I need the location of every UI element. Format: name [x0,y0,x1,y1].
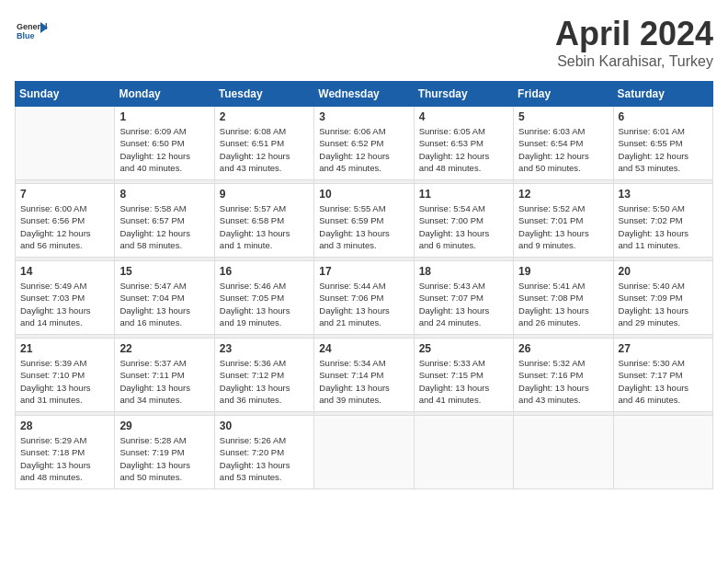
day-info: Sunrise: 5:46 AM Sunset: 7:05 PM Dayligh… [220,280,309,328]
calendar-day-cell: 21Sunrise: 5:39 AM Sunset: 7:10 PM Dayli… [16,339,115,412]
location-title: Sebin Karahisar, Turkey [555,53,713,70]
calendar-day-cell: 7Sunrise: 6:00 AM Sunset: 6:56 PM Daylig… [16,184,115,258]
calendar-day-cell: 11Sunrise: 5:54 AM Sunset: 7:00 PM Dayli… [414,184,513,258]
calendar-day-cell: 24Sunrise: 5:34 AM Sunset: 7:14 PM Dayli… [314,339,414,412]
day-number: 14 [20,265,109,278]
day-number: 26 [518,342,608,355]
day-info: Sunrise: 5:41 AM Sunset: 7:08 PM Dayligh… [518,280,608,328]
calendar-day-cell: 10Sunrise: 5:55 AM Sunset: 6:59 PM Dayli… [314,184,414,258]
calendar-day-cell: 27Sunrise: 5:30 AM Sunset: 7:17 PM Dayli… [613,339,712,412]
day-of-week-header: Tuesday [214,82,313,107]
day-info: Sunrise: 5:43 AM Sunset: 7:07 PM Dayligh… [419,280,508,328]
day-number: 10 [319,188,408,201]
day-info: Sunrise: 5:39 AM Sunset: 7:10 PM Dayligh… [20,357,109,406]
day-info: Sunrise: 5:29 AM Sunset: 7:18 PM Dayligh… [20,434,109,483]
calendar-day-cell: 26Sunrise: 5:32 AM Sunset: 7:16 PM Dayli… [514,339,613,412]
day-of-week-header: Monday [115,82,214,107]
day-number: 1 [119,110,209,123]
calendar-day-cell: 29Sunrise: 5:28 AM Sunset: 7:19 PM Dayli… [115,416,214,489]
calendar-day-cell [414,416,513,489]
calendar-day-cell: 8Sunrise: 5:58 AM Sunset: 6:57 PM Daylig… [115,184,214,258]
calendar-day-cell [314,416,414,489]
day-info: Sunrise: 5:55 AM Sunset: 6:59 PM Dayligh… [319,202,408,251]
calendar-day-cell: 25Sunrise: 5:33 AM Sunset: 7:15 PM Dayli… [414,339,513,412]
day-number: 5 [518,110,608,123]
calendar-day-cell: 22Sunrise: 5:37 AM Sunset: 7:11 PM Dayli… [115,339,214,412]
day-number: 30 [220,419,309,432]
page-header: General Blue April 2024 Sebin Karahisar,… [15,15,713,70]
day-info: Sunrise: 5:37 AM Sunset: 7:11 PM Dayligh… [119,357,209,406]
logo-svg: General Blue [15,15,48,48]
calendar-day-cell: 12Sunrise: 5:52 AM Sunset: 7:01 PM Dayli… [514,184,613,258]
calendar-week-row: 1Sunrise: 6:09 AM Sunset: 6:50 PM Daylig… [16,107,713,180]
day-info: Sunrise: 5:26 AM Sunset: 7:20 PM Dayligh… [220,434,309,483]
calendar-day-cell: 28Sunrise: 5:29 AM Sunset: 7:18 PM Dayli… [16,416,115,489]
title-block: April 2024 Sebin Karahisar, Turkey [555,15,713,70]
day-of-week-header: Sunday [16,82,115,107]
day-info: Sunrise: 5:50 AM Sunset: 7:02 PM Dayligh… [619,202,708,251]
calendar-day-cell: 23Sunrise: 5:36 AM Sunset: 7:12 PM Dayli… [214,339,313,412]
day-number: 4 [419,110,508,123]
day-info: Sunrise: 5:47 AM Sunset: 7:04 PM Dayligh… [119,280,209,328]
calendar-day-cell [613,416,712,489]
day-info: Sunrise: 6:08 AM Sunset: 6:51 PM Dayligh… [220,125,309,174]
logo: General Blue [15,15,48,48]
day-of-week-header: Friday [514,82,613,107]
calendar-week-row: 28Sunrise: 5:29 AM Sunset: 7:18 PM Dayli… [16,416,713,489]
calendar-day-cell: 1Sunrise: 6:09 AM Sunset: 6:50 PM Daylig… [115,107,214,180]
calendar-day-cell: 5Sunrise: 6:03 AM Sunset: 6:54 PM Daylig… [514,107,613,180]
calendar-day-cell [16,107,115,180]
calendar-day-cell: 9Sunrise: 5:57 AM Sunset: 6:58 PM Daylig… [214,184,313,258]
day-info: Sunrise: 5:52 AM Sunset: 7:01 PM Dayligh… [518,202,608,251]
day-number: 24 [319,342,408,355]
day-info: Sunrise: 6:06 AM Sunset: 6:52 PM Dayligh… [319,125,408,174]
day-number: 22 [119,342,209,355]
calendar-day-cell: 17Sunrise: 5:44 AM Sunset: 7:06 PM Dayli… [314,261,414,335]
calendar-day-cell: 2Sunrise: 6:08 AM Sunset: 6:51 PM Daylig… [214,107,313,180]
day-number: 20 [619,265,708,278]
day-number: 8 [119,188,209,201]
day-info: Sunrise: 5:40 AM Sunset: 7:09 PM Dayligh… [619,280,708,328]
day-number: 16 [220,265,309,278]
day-info: Sunrise: 6:09 AM Sunset: 6:50 PM Dayligh… [119,125,209,174]
calendar-header-row: SundayMondayTuesdayWednesdayThursdayFrid… [16,82,713,107]
calendar-day-cell: 30Sunrise: 5:26 AM Sunset: 7:20 PM Dayli… [214,416,313,489]
day-info: Sunrise: 6:05 AM Sunset: 6:53 PM Dayligh… [419,125,508,174]
day-info: Sunrise: 5:30 AM Sunset: 7:17 PM Dayligh… [619,357,708,406]
day-info: Sunrise: 5:44 AM Sunset: 7:06 PM Dayligh… [319,280,408,328]
calendar-week-row: 7Sunrise: 6:00 AM Sunset: 6:56 PM Daylig… [16,184,713,258]
day-number: 18 [419,265,508,278]
day-number: 21 [20,342,109,355]
day-number: 25 [419,342,508,355]
calendar-day-cell: 13Sunrise: 5:50 AM Sunset: 7:02 PM Dayli… [613,184,712,258]
calendar-week-row: 14Sunrise: 5:49 AM Sunset: 7:03 PM Dayli… [16,261,713,335]
calendar-day-cell: 18Sunrise: 5:43 AM Sunset: 7:07 PM Dayli… [414,261,513,335]
day-number: 29 [119,419,209,432]
calendar-week-row: 21Sunrise: 5:39 AM Sunset: 7:10 PM Dayli… [16,339,713,412]
day-info: Sunrise: 6:03 AM Sunset: 6:54 PM Dayligh… [518,125,608,174]
day-number: 9 [220,188,309,201]
day-of-week-header: Saturday [613,82,712,107]
calendar-day-cell: 4Sunrise: 6:05 AM Sunset: 6:53 PM Daylig… [414,107,513,180]
day-info: Sunrise: 5:33 AM Sunset: 7:15 PM Dayligh… [419,357,508,406]
day-info: Sunrise: 5:34 AM Sunset: 7:14 PM Dayligh… [319,357,408,406]
calendar-day-cell: 6Sunrise: 6:01 AM Sunset: 6:55 PM Daylig… [613,107,712,180]
day-info: Sunrise: 5:32 AM Sunset: 7:16 PM Dayligh… [518,357,608,406]
calendar-day-cell: 20Sunrise: 5:40 AM Sunset: 7:09 PM Dayli… [613,261,712,335]
svg-text:Blue: Blue [17,31,35,40]
day-number: 3 [319,110,408,123]
calendar-day-cell: 3Sunrise: 6:06 AM Sunset: 6:52 PM Daylig… [314,107,414,180]
calendar-day-cell: 15Sunrise: 5:47 AM Sunset: 7:04 PM Dayli… [115,261,214,335]
day-number: 7 [20,188,109,201]
day-number: 19 [518,265,608,278]
day-of-week-header: Thursday [414,82,513,107]
day-number: 11 [419,188,508,201]
day-info: Sunrise: 5:57 AM Sunset: 6:58 PM Dayligh… [220,202,309,251]
month-title: April 2024 [555,15,713,53]
day-info: Sunrise: 5:36 AM Sunset: 7:12 PM Dayligh… [220,357,309,406]
day-number: 28 [20,419,109,432]
day-number: 12 [518,188,608,201]
day-number: 15 [119,265,209,278]
day-info: Sunrise: 5:49 AM Sunset: 7:03 PM Dayligh… [20,280,109,328]
day-number: 13 [619,188,708,201]
